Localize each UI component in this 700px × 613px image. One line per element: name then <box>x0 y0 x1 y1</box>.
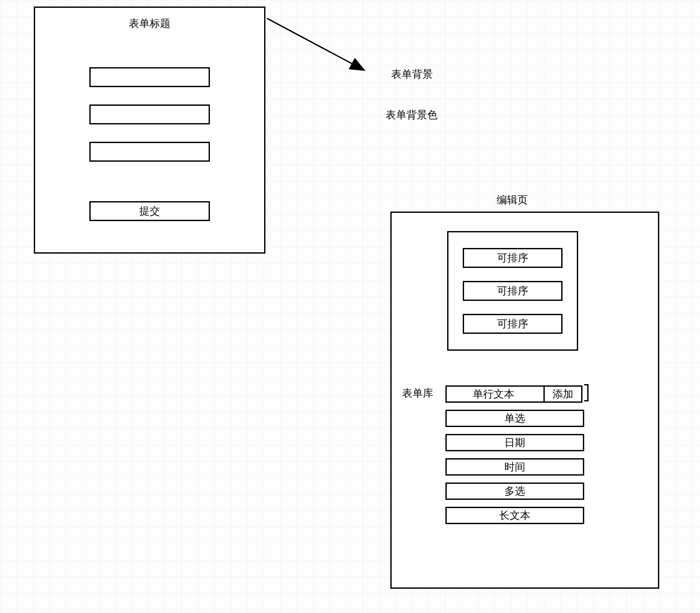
form-library-label: 表单库 <box>402 386 433 400</box>
sortable-item-label: 可排序 <box>497 284 528 298</box>
library-row: 单行文本 添加 <box>445 385 584 403</box>
library-item-label: 单选 <box>504 411 525 425</box>
sortable-item[interactable]: 可排序 <box>463 248 563 268</box>
library-item-single-text[interactable]: 单行文本 添加 <box>445 385 582 403</box>
library-item-label: 长文本 <box>499 509 530 522</box>
library-item-label: 时间 <box>504 460 525 474</box>
library-row: 日期 <box>445 434 584 451</box>
sortable-item-label: 可排序 <box>497 251 528 265</box>
submit-button-label: 提交 <box>139 204 160 218</box>
library-item-label: 单行文本 <box>447 387 540 401</box>
label-form-background-color: 表单背景色 <box>386 108 438 122</box>
library-row: 单选 <box>445 410 584 427</box>
sortable-item[interactable]: 可排序 <box>463 314 563 334</box>
add-button[interactable]: 添加 <box>543 385 582 403</box>
library-item-radio[interactable]: 单选 <box>445 410 584 427</box>
library-item-time[interactable]: 时间 <box>445 458 584 476</box>
add-button-label: 添加 <box>553 387 573 401</box>
decorative-strip <box>584 384 589 401</box>
form-library-list: 单行文本 添加 单选 日期 时间 多选 <box>445 385 584 524</box>
sortable-container: 可排序 可排序 可排序 <box>447 231 578 351</box>
submit-button[interactable]: 提交 <box>89 201 210 221</box>
library-row: 长文本 <box>445 507 584 524</box>
svg-line-1 <box>267 18 364 70</box>
arrow-icon <box>267 18 375 83</box>
editor-panel: 可排序 可排序 可排序 表单库 单行文本 添加 单选 <box>390 212 659 589</box>
library-item-date[interactable]: 日期 <box>445 434 584 451</box>
library-item-label: 多选 <box>504 484 525 498</box>
sortable-item[interactable]: 可排序 <box>463 281 563 301</box>
library-row: 时间 <box>445 458 584 476</box>
form-fields <box>35 67 264 162</box>
library-item-label: 日期 <box>504 436 525 450</box>
form-title: 表单标题 <box>35 16 264 30</box>
editor-page-title: 编辑页 <box>497 193 528 207</box>
library-row: 多选 <box>445 483 584 500</box>
form-preview-panel: 表单标题 提交 <box>34 7 265 254</box>
library-item-longtext[interactable]: 长文本 <box>445 507 584 524</box>
form-field-input[interactable] <box>89 67 210 87</box>
library-item-checkbox[interactable]: 多选 <box>445 483 584 500</box>
sortable-item-label: 可排序 <box>497 317 528 331</box>
label-form-background: 表单背景 <box>391 67 433 81</box>
form-field-input[interactable] <box>89 104 210 124</box>
form-field-input[interactable] <box>89 142 210 162</box>
